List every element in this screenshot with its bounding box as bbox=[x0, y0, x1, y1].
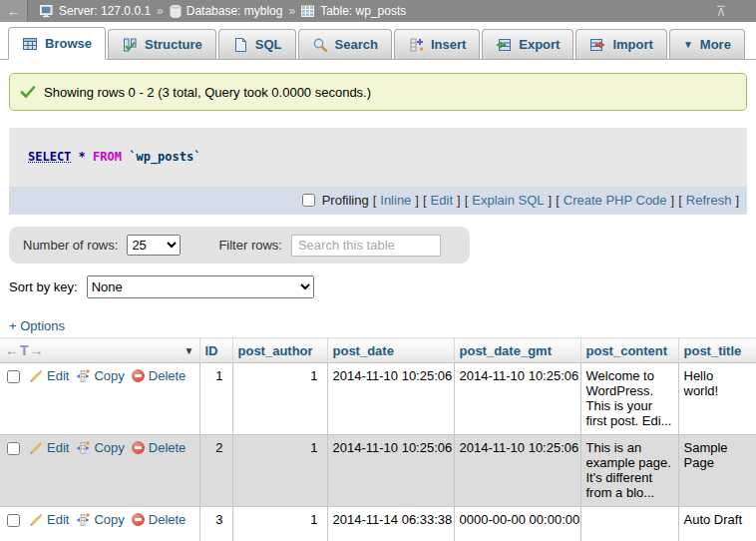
edit-query-link[interactable]: Edit bbox=[431, 193, 453, 208]
breadcrumb-separator: » bbox=[157, 4, 164, 18]
refresh-link[interactable]: Refresh bbox=[686, 193, 732, 208]
cell-post-date[interactable]: 2014-11-14 06:33:38 bbox=[327, 507, 454, 541]
copy-label: Copy bbox=[94, 440, 124, 455]
import-icon bbox=[589, 37, 605, 53]
copy-label: Copy bbox=[94, 368, 124, 383]
query-actions-bar: Profiling [ Inline ] [ Edit ] [ Explain … bbox=[9, 187, 747, 215]
bracket: ] bbox=[671, 193, 675, 208]
row-checkbox[interactable] bbox=[7, 514, 20, 527]
bracket: [ bbox=[465, 193, 469, 208]
back-arrow-icon: ← bbox=[7, 4, 20, 19]
header-post-title[interactable]: post_title bbox=[678, 338, 756, 363]
success-message: Showing rows 0 - 2 (3 total, Query took … bbox=[9, 73, 747, 111]
sql-keyword-select[interactable]: SELECT bbox=[28, 150, 71, 164]
tab-insert[interactable]: Insert bbox=[394, 29, 480, 59]
number-of-rows-select[interactable]: 25 bbox=[127, 235, 181, 256]
cell-post-title[interactable]: Auto Draft bbox=[678, 507, 756, 541]
breadcrumb-database-label: Database: myblog bbox=[187, 4, 283, 18]
cell-post-title[interactable]: Sample Page bbox=[678, 435, 756, 507]
pencil-icon bbox=[29, 369, 43, 383]
tab-structure[interactable]: Structure bbox=[108, 29, 216, 59]
back-button[interactable]: ← bbox=[0, 0, 28, 22]
delete-label: Delete bbox=[149, 440, 187, 455]
table-icon bbox=[301, 5, 315, 18]
breadcrumb-server[interactable]: Server: 127.0.0.1 bbox=[40, 4, 151, 18]
table-header-row: ←T→ ▼ ID post_author post_date post_date… bbox=[0, 338, 756, 363]
bracket: ] bbox=[549, 193, 553, 208]
cell-id[interactable]: 2 bbox=[199, 435, 232, 507]
success-message-text: Showing rows 0 - 2 (3 total, Query took … bbox=[44, 85, 371, 100]
filter-rows-input[interactable] bbox=[291, 235, 441, 257]
pencil-icon bbox=[29, 441, 43, 455]
bracket: ] bbox=[415, 193, 419, 208]
breadcrumb-database[interactable]: Database: myblog bbox=[170, 4, 283, 18]
table-row: Edit Copy Delete 1 1 2014-11-10 10:25:06… bbox=[0, 363, 756, 435]
explain-sql-link[interactable]: Explain SQL bbox=[472, 193, 544, 208]
cell-post-date-gmt[interactable]: 0000-00-00 00:00:00 bbox=[454, 507, 580, 541]
cell-post-date[interactable]: 2014-11-10 10:25:06 bbox=[327, 363, 454, 435]
copy-icon bbox=[76, 369, 90, 383]
tab-more-label: More bbox=[700, 37, 731, 52]
cell-post-date-gmt[interactable]: 2014-11-10 10:25:06 bbox=[454, 363, 580, 435]
row-checkbox[interactable] bbox=[7, 370, 20, 383]
delete-row-link[interactable]: Delete bbox=[132, 440, 187, 455]
export-icon bbox=[496, 37, 512, 53]
cell-post-author[interactable]: 1 bbox=[232, 507, 327, 541]
header-id[interactable]: ID bbox=[199, 338, 232, 363]
edit-label: Edit bbox=[47, 368, 69, 383]
create-php-code-link[interactable]: Create PHP Code bbox=[564, 193, 667, 208]
copy-row-link[interactable]: Copy bbox=[76, 368, 124, 383]
tab-structure-label: Structure bbox=[145, 37, 202, 52]
copy-row-link[interactable]: Copy bbox=[76, 440, 124, 455]
filter-rows-label: Filter rows: bbox=[218, 238, 282, 253]
cell-post-author[interactable]: 1 bbox=[232, 435, 327, 507]
breadcrumb-separator: » bbox=[288, 4, 295, 18]
breadcrumb-table[interactable]: Table: wp_posts bbox=[301, 4, 406, 18]
header-post-date-gmt[interactable]: post_date_gmt bbox=[454, 338, 580, 363]
table-row: Edit Copy Delete 3 1 2014-11-14 06:33:38… bbox=[0, 507, 756, 541]
cell-post-content[interactable]: This is an example page. It's different … bbox=[580, 435, 678, 507]
edit-row-link[interactable]: Edit bbox=[29, 440, 69, 455]
edit-row-link[interactable]: Edit bbox=[29, 368, 69, 383]
header-post-date[interactable]: post_date bbox=[327, 338, 454, 363]
tab-browse[interactable]: Browse bbox=[8, 27, 106, 60]
number-of-rows-label: Number of rows: bbox=[23, 238, 118, 253]
header-post-content[interactable]: post_content bbox=[580, 338, 678, 363]
tab-browse-label: Browse bbox=[45, 36, 92, 51]
copy-icon bbox=[76, 513, 90, 527]
profiling-checkbox[interactable] bbox=[302, 194, 315, 207]
search-icon bbox=[312, 37, 328, 53]
cell-post-content[interactable]: Welcome to WordPress. This is your first… bbox=[580, 363, 678, 435]
transpose-control[interactable]: ←T→ bbox=[5, 342, 45, 358]
edit-label: Edit bbox=[47, 440, 69, 455]
tab-sql-label: SQL bbox=[255, 37, 282, 52]
bracket: [ bbox=[373, 193, 377, 208]
copy-row-link[interactable]: Copy bbox=[76, 512, 124, 527]
delete-row-link[interactable]: Delete bbox=[132, 512, 187, 527]
delete-label: Delete bbox=[149, 368, 187, 383]
tab-export[interactable]: Export bbox=[482, 29, 573, 59]
options-toggle[interactable]: + Options bbox=[9, 318, 65, 333]
cell-post-content[interactable] bbox=[580, 507, 678, 541]
cell-id[interactable]: 3 bbox=[199, 507, 232, 541]
inline-link[interactable]: Inline bbox=[380, 193, 411, 208]
query-box: SELECT * FROM `wp_posts` Profiling [ Inl… bbox=[9, 128, 747, 215]
tab-import[interactable]: Import bbox=[575, 29, 666, 59]
delete-row-link[interactable]: Delete bbox=[132, 368, 187, 383]
tab-search[interactable]: Search bbox=[298, 29, 392, 59]
cell-post-title[interactable]: Hello world! bbox=[678, 363, 756, 435]
collapse-topmenu-icon[interactable]: ⊼ bbox=[716, 3, 726, 19]
tab-export-label: Export bbox=[519, 37, 560, 52]
cell-post-date[interactable]: 2014-11-10 10:25:06 bbox=[327, 435, 454, 507]
edit-row-link[interactable]: Edit bbox=[29, 512, 69, 527]
row-checkbox[interactable] bbox=[7, 442, 20, 455]
tab-sql[interactable]: SQL bbox=[218, 29, 296, 59]
tab-more[interactable]: ▼ More bbox=[669, 29, 745, 59]
cell-post-date-gmt[interactable]: 2014-11-10 10:25:06 bbox=[454, 435, 580, 507]
bracket: [ bbox=[556, 193, 560, 208]
sort-by-key-select[interactable]: None bbox=[87, 275, 314, 298]
header-post-author[interactable]: post_author bbox=[232, 338, 327, 363]
column-visibility-icon[interactable]: ▼ bbox=[185, 345, 194, 356]
cell-id[interactable]: 1 bbox=[199, 363, 232, 435]
cell-post-author[interactable]: 1 bbox=[232, 363, 327, 435]
